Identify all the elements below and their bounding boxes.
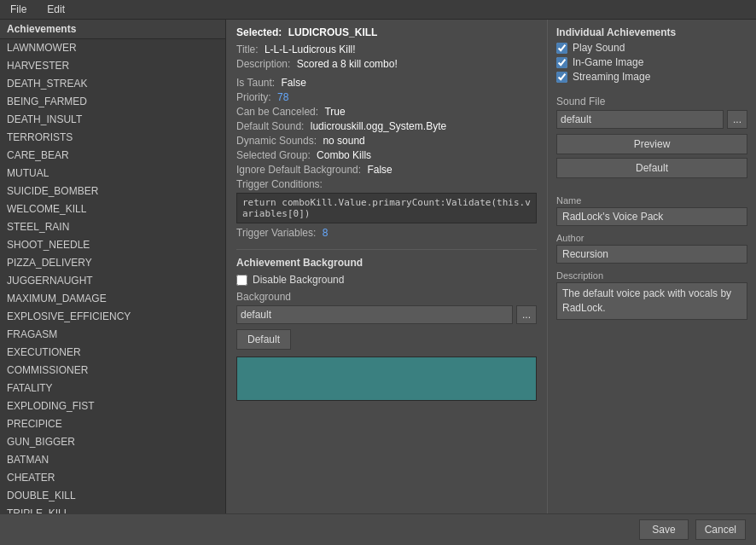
selected-group-label: Selected Group: xyxy=(236,149,311,161)
main-layout: Achievements LAWNMOWERHARVESTERDEATH_STR… xyxy=(0,20,756,544)
middle-panel: Selected: LUDICROUS_KILL Title: L-L-L-Lu… xyxy=(226,20,547,544)
list-item[interactable]: LAWNMOWER xyxy=(0,39,225,57)
background-default-button[interactable]: Default xyxy=(236,329,291,350)
list-item[interactable]: BATMAN xyxy=(0,451,225,469)
list-item[interactable]: DEATH_INSULT xyxy=(0,111,225,129)
trigger-variables-label: Trigger Variables: xyxy=(236,227,316,239)
list-item[interactable]: PRECIPICE xyxy=(0,415,225,433)
in-game-image-label: In-Game Image xyxy=(573,56,643,68)
is-taunt-value: False xyxy=(281,77,305,89)
list-item[interactable]: JUGGERNAUGHT xyxy=(0,272,225,290)
list-item[interactable]: PIZZA_DELIVERY xyxy=(0,254,225,272)
sound-file-input[interactable] xyxy=(556,110,724,129)
sound-file-label: Sound File xyxy=(556,96,747,107)
cancel-button[interactable]: Cancel xyxy=(695,519,746,540)
default-sound-label: Default Sound: xyxy=(236,120,304,132)
play-sound-checkbox[interactable] xyxy=(556,43,567,54)
vp-section: Name RadLock's Voice Pack Author Recursi… xyxy=(556,195,747,513)
file-menu[interactable]: File xyxy=(3,2,33,17)
is-taunt-label: Is Taunt: xyxy=(236,77,275,89)
sound-file-input-row: ... xyxy=(556,110,747,129)
default-sound-row: Default Sound: ludicrouskill.ogg_System.… xyxy=(236,120,537,132)
achievements-list[interactable]: LAWNMOWERHARVESTERDEATH_STREAKBEING_FARM… xyxy=(0,39,225,544)
trigger-conditions-value: return comboKill.Value.primaryCount:Vali… xyxy=(236,193,537,223)
selected-label: Selected: LUDICROUS_KILL xyxy=(236,26,537,38)
disable-background-checkbox[interactable] xyxy=(236,275,247,286)
in-game-image-checkbox[interactable] xyxy=(556,57,567,68)
list-item[interactable]: TERRORISTS xyxy=(0,129,225,147)
list-item[interactable]: SUICIDE_BOMBER xyxy=(0,183,225,200)
preview-button[interactable]: Preview xyxy=(556,134,747,154)
list-item[interactable]: HARVESTER xyxy=(0,57,225,75)
list-item[interactable]: GUN_BIGGER xyxy=(0,433,225,451)
list-item[interactable]: DEATH_STREAK xyxy=(0,75,225,93)
selected-prefix: Selected: xyxy=(236,26,282,38)
disable-background-label: Disable Background xyxy=(253,274,344,286)
vp-name-field: Name RadLock's Voice Pack xyxy=(556,195,747,226)
edit-menu[interactable]: Edit xyxy=(40,2,72,17)
title-label: Title: xyxy=(236,43,259,55)
description-row: Description: Scored a 8 kill combo! xyxy=(236,58,537,70)
list-item[interactable]: BEING_FARMED xyxy=(0,93,225,111)
ignore-default-bg-value: False xyxy=(367,164,392,176)
ignore-default-bg-label: Ignore Default Background: xyxy=(236,164,361,176)
vp-author-label: Author xyxy=(556,233,747,243)
ia-title: Individual Achievements xyxy=(556,26,747,38)
list-item[interactable]: EXECUTIONER xyxy=(0,344,225,362)
list-item[interactable]: STEEL_RAIN xyxy=(0,218,225,236)
streaming-image-label: Streaming Image xyxy=(573,71,650,83)
in-game-image-row: In-Game Image xyxy=(556,56,747,68)
streaming-image-checkbox[interactable] xyxy=(556,72,567,83)
description-value: Scored a 8 kill combo! xyxy=(297,58,398,70)
background-input[interactable] xyxy=(236,305,513,324)
left-panel: Achievements LAWNMOWERHARVESTERDEATH_STR… xyxy=(0,20,226,544)
description-label: Description: xyxy=(236,58,290,70)
trigger-variables-value: 8 xyxy=(323,227,329,239)
list-item[interactable]: EXPLOSIVE_EFFICIENCY xyxy=(0,308,225,326)
dynamic-sounds-value: no sound xyxy=(323,135,364,147)
list-item[interactable]: FATALITY xyxy=(0,380,225,397)
default-sound-value: ludicrouskill.ogg_System.Byte xyxy=(311,120,446,132)
default-sound-button[interactable]: Default xyxy=(556,158,747,178)
list-item[interactable]: FRAGASM xyxy=(0,326,225,344)
bg-section: Achievement Background Disable Backgroun… xyxy=(236,249,537,401)
ignore-default-bg-row: Ignore Default Background: False xyxy=(236,164,537,176)
list-item[interactable]: DOUBLE_KILL xyxy=(0,487,225,505)
play-sound-row: Play Sound xyxy=(556,42,747,54)
title-value: L-L-L-Ludicrous Kill! xyxy=(265,43,356,55)
achievements-header: Achievements xyxy=(0,20,225,39)
trigger-variables-row: Trigger Variables: 8 xyxy=(236,227,537,239)
list-item[interactable]: WELCOME_KILL xyxy=(0,200,225,218)
selected-group-row: Selected Group: Combo Kills xyxy=(236,149,537,161)
sound-file-browse-button[interactable]: ... xyxy=(727,110,747,129)
list-item[interactable]: MUTUAL xyxy=(0,165,225,183)
disable-background-row: Disable Background xyxy=(236,274,537,286)
selected-value: LUDICROUS_KILL xyxy=(288,26,378,38)
can-be-canceled-value: True xyxy=(324,106,345,118)
list-item[interactable]: COMMISSIONER xyxy=(0,362,225,380)
vp-name-value: RadLock's Voice Pack xyxy=(556,207,747,226)
vp-description-label: Description xyxy=(556,270,747,281)
play-sound-label: Play Sound xyxy=(573,42,625,54)
background-label: Background xyxy=(236,291,537,303)
list-item[interactable]: SHOOT_NEEDLE xyxy=(0,236,225,254)
vp-description-value: The default voice pack with vocals by Ra… xyxy=(556,282,747,320)
dynamic-sounds-label: Dynamic Sounds: xyxy=(236,135,317,147)
preview-area xyxy=(236,357,537,401)
is-taunt-row: Is Taunt: False xyxy=(236,77,537,89)
vp-author-field: Author Recursion xyxy=(556,233,747,264)
title-row: Title: L-L-L-Ludicrous Kill! xyxy=(236,43,537,55)
list-item[interactable]: CARE_BEAR xyxy=(0,147,225,165)
vp-description-field: Description The default voice pack with … xyxy=(556,270,747,320)
can-be-canceled-row: Can be Canceled: True xyxy=(236,106,537,118)
list-item[interactable]: MAXIMUM_DAMAGE xyxy=(0,290,225,308)
list-item[interactable]: EXPLODING_FIST xyxy=(0,397,225,415)
background-browse-button[interactable]: ... xyxy=(516,305,537,324)
streaming-image-row: Streaming Image xyxy=(556,71,747,83)
save-button[interactable]: Save xyxy=(639,519,688,540)
trigger-conditions-row: Trigger Conditions: xyxy=(236,178,537,190)
dynamic-sounds-row: Dynamic Sounds: no sound xyxy=(236,135,537,147)
list-item[interactable]: CHEATER xyxy=(0,469,225,487)
bottom-bar: Save Cancel xyxy=(0,513,756,545)
background-input-row: ... xyxy=(236,305,537,324)
